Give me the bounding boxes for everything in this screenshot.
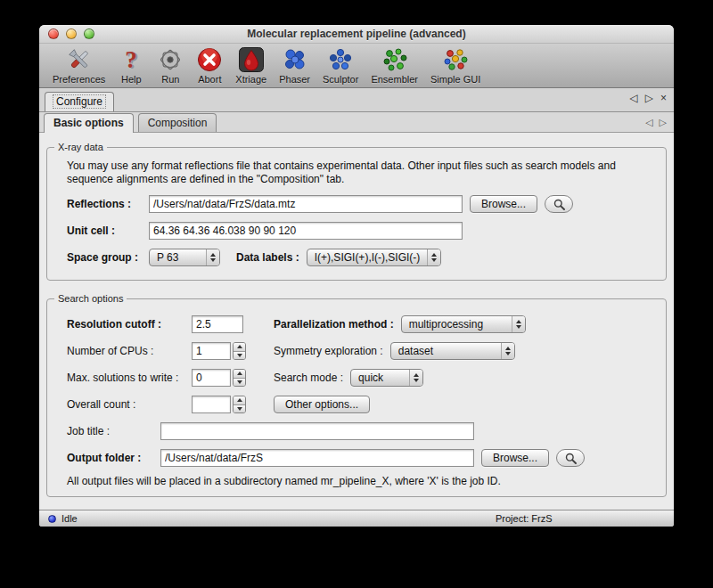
toolbar-label: Preferences (53, 74, 105, 85)
svg-text:?: ? (126, 46, 138, 73)
toolbar-label: Run (161, 74, 179, 85)
parallelization-select[interactable]: multiprocessing (401, 315, 526, 333)
stepper-buttons (233, 396, 246, 413)
stepper-down-button[interactable] (234, 378, 245, 387)
data-labels-select[interactable]: I(+),SIGI(+),I(-),SIGI(-) (307, 249, 442, 266)
sculptor-icon (327, 46, 354, 73)
toolbar-button-sculptor[interactable]: Sculptor (316, 45, 365, 86)
stepper-up-button[interactable] (234, 396, 245, 404)
output-folder-browse-button[interactable]: Browse... (481, 449, 549, 467)
parallelization-label: Parallelization method : (274, 318, 394, 331)
configure-tab-strip: Configure ◁ ▷ × (39, 88, 674, 112)
toolbar-button-preferences[interactable]: Preferences (46, 45, 111, 86)
phaser-icon (282, 46, 308, 73)
configure-tab[interactable]: Configure (45, 92, 114, 111)
toolbar-button-xtriage[interactable]: Xtriage (229, 45, 273, 86)
popup-arrows (206, 249, 219, 265)
scroll-left-icon[interactable]: ◁ (630, 93, 638, 103)
search-mode-select[interactable]: quick (350, 369, 423, 387)
max-solutions-input[interactable] (192, 369, 231, 387)
search-options-group-title: Search options (54, 293, 127, 304)
minimize-window-button[interactable] (66, 29, 77, 39)
toolbar: Preferences ? ? Help Run (39, 44, 674, 88)
status-led-icon (48, 515, 56, 523)
resolution-row: Resolution cutoff : Parallelization meth… (47, 314, 660, 334)
other-options-button[interactable]: Other options... (274, 396, 370, 413)
space-group-value: P 63 (157, 251, 206, 264)
search-options-group: Search options Resolution cutoff : Paral… (46, 293, 667, 497)
output-note: All output files will be placed in a sub… (47, 475, 660, 487)
down-arrow-icon (505, 352, 511, 355)
tab-scroll-right-icon[interactable]: ▷ (660, 117, 667, 128)
overall-count-input[interactable] (192, 396, 231, 413)
tab-basic-options[interactable]: Basic options (44, 113, 134, 133)
preferences-icon (66, 46, 93, 73)
stepper-up-button[interactable] (234, 343, 245, 351)
zoom-window-button[interactable] (84, 29, 94, 39)
max-solutions-stepper (192, 369, 246, 387)
data-labels-value: I(+),SIGI(+),I(-),SIGI(-) (315, 251, 428, 264)
unit-cell-input[interactable] (149, 222, 463, 240)
space-group-select[interactable]: P 63 (149, 249, 220, 266)
close-tab-icon[interactable]: × (660, 93, 667, 103)
tab-scroll-left-icon[interactable]: ◁ (645, 117, 652, 128)
popup-arrows (409, 370, 422, 386)
titlebar[interactable]: Molecular replacement pipeline (advanced… (39, 25, 674, 44)
help-icon: ? ? (118, 46, 144, 73)
reflections-label: Reflections : (67, 198, 149, 210)
popup-arrows (427, 249, 440, 265)
toolbar-label: Sculptor (323, 74, 358, 85)
toolbar-label: Ensembler (371, 74, 418, 85)
max-solutions-label: Max. solutions to write : (67, 372, 192, 384)
job-title-row: Job title : (47, 421, 660, 441)
resolution-cutoff-input[interactable] (192, 315, 243, 333)
strip-controls: ◁ ▷ × (630, 93, 667, 103)
output-folder-view-button[interactable] (556, 449, 585, 467)
reflections-browse-button[interactable]: Browse... (470, 195, 537, 213)
magnifier-icon (565, 453, 577, 464)
cpus-row: Number of CPUs : Symmetry exploration : … (47, 341, 660, 361)
output-folder-input[interactable] (160, 449, 474, 467)
toolbar-button-help[interactable]: ? ? Help (111, 45, 151, 86)
job-title-input[interactable] (160, 422, 474, 440)
notebook-tabrow: Basic options Composition ◁ ▷ (39, 112, 674, 133)
overall-count-row: Overall count : Other options... (47, 395, 660, 414)
scroll-right-icon[interactable]: ▷ (645, 93, 653, 103)
stepper-down-button[interactable] (234, 351, 245, 360)
stepper-buttons (233, 342, 246, 360)
job-title-label: Job title : (67, 425, 160, 437)
up-arrow-icon (516, 320, 521, 323)
stepper-up-button[interactable] (234, 370, 245, 378)
search-mode-label: Search mode : (274, 372, 343, 384)
tab-composition[interactable]: Composition (138, 113, 217, 132)
window-controls (48, 29, 102, 39)
magnifier-icon (553, 199, 565, 210)
unit-cell-row: Unit cell : (47, 221, 660, 241)
toolbar-button-simple-gui[interactable]: Simple GUI (424, 45, 487, 86)
space-group-row: Space group : P 63 Data labels : I(+),SI… (47, 248, 660, 267)
down-arrow-icon (516, 325, 521, 329)
up-arrow-icon (237, 372, 242, 375)
up-arrow-icon (414, 373, 419, 377)
num-cpus-input[interactable] (192, 342, 231, 360)
cpus-stepper (192, 342, 246, 360)
reflections-input[interactable] (149, 195, 463, 213)
toolbar-button-abort[interactable]: Abort (190, 45, 229, 86)
search-mode-value: quick (358, 372, 409, 384)
stepper-down-button[interactable] (234, 404, 245, 413)
xray-description: You may use any format reflections file … (47, 159, 660, 186)
toolbar-button-phaser[interactable]: Phaser (273, 45, 316, 86)
toolbar-button-run[interactable]: Run (151, 45, 190, 86)
popup-arrows (501, 343, 514, 359)
num-cpus-label: Number of CPUs : (67, 345, 192, 357)
reflections-view-button[interactable] (545, 195, 573, 213)
toolbar-label: Help (121, 74, 142, 85)
reflections-row: Reflections : Browse... (47, 194, 660, 214)
toolbar-button-ensembler[interactable]: Ensembler (365, 45, 424, 86)
symmetry-value: dataset (398, 345, 501, 357)
status-text: Idle (61, 513, 78, 524)
close-window-button[interactable] (48, 29, 59, 39)
output-folder-label: Output folder : (67, 452, 160, 464)
symmetry-select[interactable]: dataset (390, 342, 515, 360)
unit-cell-label: Unit cell : (67, 225, 149, 237)
